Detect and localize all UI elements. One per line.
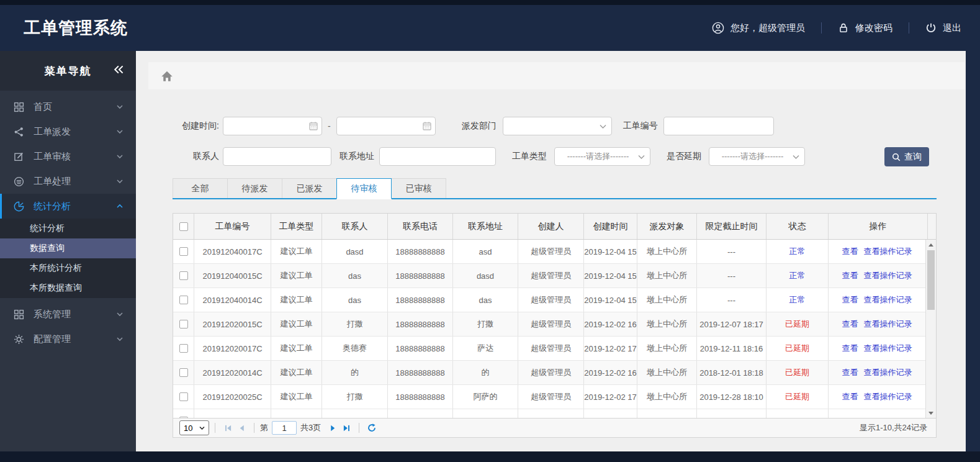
address-input[interactable] (379, 147, 496, 166)
tab-all[interactable]: 全部 (173, 178, 228, 198)
view-log-link[interactable]: 查看操作记录 (864, 270, 912, 281)
calendar-icon[interactable] (308, 121, 318, 131)
home-icon[interactable] (161, 70, 173, 82)
change-password-button[interactable]: 修改密码 (838, 22, 892, 34)
sidebar-item-review[interactable]: 工单审核 (0, 144, 136, 169)
header-filler (928, 214, 936, 239)
scroll-down-button[interactable] (926, 408, 936, 418)
query-button[interactable]: 查询 (884, 147, 929, 166)
scroll-up-button[interactable] (926, 240, 936, 250)
cell-target: 墩上中心所 (647, 270, 687, 281)
chevron-down-icon (116, 153, 124, 160)
table-body-area: 201912040017C 建议工单 dasd 18888888888 asd … (173, 240, 936, 418)
sidebar-item-process[interactable]: 工单处理 (0, 169, 136, 194)
tab-dispatched[interactable]: 已派发 (282, 178, 337, 198)
sidebar-item-label: 工单处理 (34, 176, 116, 188)
change-password-label: 修改密码 (855, 22, 892, 34)
row-checkbox[interactable] (179, 271, 188, 280)
power-icon (925, 22, 937, 34)
cell-contact: das (348, 296, 361, 305)
cell-created: 2019-12-02 16 (584, 368, 637, 378)
col-actions: 操作 (829, 214, 928, 239)
view-link[interactable]: 查看 (842, 343, 858, 354)
logout-button[interactable]: 退出 (925, 22, 961, 34)
row-checkbox[interactable] (179, 296, 188, 304)
order-no-input[interactable] (663, 117, 774, 135)
cell-contact: 奥德赛 (343, 343, 367, 354)
table-scrollbar[interactable] (925, 240, 936, 418)
collapse-sidebar-icon[interactable] (114, 65, 125, 75)
chevron-down-icon (116, 128, 124, 135)
last-page-button[interactable] (339, 421, 353, 435)
view-log-link[interactable]: 查看操作记录 (864, 246, 912, 257)
cell-contact: 打撒 (347, 319, 363, 330)
row-checkbox[interactable] (179, 392, 188, 401)
sidebar-item-label: 统计分析 (34, 201, 116, 212)
sidebar-item-config[interactable]: 配置管理 (0, 327, 136, 351)
cell-address: 打撒 (477, 319, 493, 330)
sidebar-item-system[interactable]: 系统管理 (0, 302, 136, 327)
view-log-link[interactable]: 查看操作记录 (864, 294, 912, 306)
dispatch-dept-select[interactable] (503, 117, 612, 135)
next-page-button[interactable] (326, 421, 339, 435)
cell-target: 墩上中心所 (647, 343, 687, 354)
submenu-item-data-query[interactable]: 数据查询 (0, 238, 136, 258)
col-target: 派发对象 (637, 214, 697, 239)
scrollbar-thumb[interactable] (927, 250, 935, 310)
bottom-strip (0, 451, 980, 462)
row-checkbox[interactable] (179, 417, 188, 418)
order-type-select[interactable]: -------请选择------- (554, 147, 650, 166)
view-link[interactable]: 查看 (842, 367, 858, 378)
view-log-link[interactable]: 查看操作记录 (864, 367, 912, 378)
page-size-select[interactable]: 10 (179, 420, 209, 435)
tab-reviewed[interactable]: 已审核 (391, 178, 446, 198)
header-divider (821, 22, 822, 34)
page-size-value: 10 (184, 424, 192, 433)
view-link[interactable]: 查看 (842, 270, 858, 281)
sidebar-item-statistics[interactable]: 统计分析 (0, 194, 136, 219)
cell-deadline: 2019-12-11 18:16 (700, 344, 763, 353)
row-checkbox[interactable] (179, 368, 188, 377)
pager-divider (215, 423, 215, 433)
tab-to-review[interactable]: 待审核 (336, 178, 392, 199)
refresh-button[interactable] (365, 421, 379, 435)
cell-creator: 超级管理员 (531, 246, 571, 257)
page-number-input[interactable] (272, 421, 297, 435)
sidebar-item-home[interactable]: 首页 (0, 94, 136, 119)
user-greeting[interactable]: 您好，超级管理员 (712, 22, 805, 34)
view-link[interactable]: 查看 (842, 246, 858, 257)
first-page-button[interactable] (221, 421, 235, 435)
submenu-item-local-data-query[interactable]: 本所数据查询 (0, 278, 136, 298)
cell-phone: 18888888888 (395, 296, 445, 305)
sidebar-item-dispatch[interactable]: 工单派发 (0, 119, 136, 144)
cell-phone: 18888888888 (395, 271, 445, 281)
view-log-link[interactable]: 查看操作记录 (864, 343, 912, 354)
table-row: 201912040017C 建议工单 dasd 18888888888 asd … (173, 240, 925, 264)
work-order-table: 工单编号 工单类型 联系人 联系电话 联系地址 创建人 创建时间 派发对象 限定… (173, 213, 937, 438)
calendar-icon[interactable] (422, 121, 432, 131)
row-checkbox[interactable] (179, 320, 188, 328)
contact-input[interactable] (223, 147, 331, 166)
view-link[interactable]: 查看 (842, 319, 858, 330)
page-prefix-label: 第 (260, 422, 268, 433)
status-text: 已延期 (785, 367, 809, 378)
create-time-start-input[interactable] (223, 117, 322, 135)
view-link[interactable]: 查看 (842, 294, 858, 306)
tab-to-dispatch[interactable]: 待派发 (227, 178, 282, 198)
cell-created: 2019-12-04 15 (584, 247, 637, 256)
prev-page-button[interactable] (235, 421, 248, 435)
delay-select[interactable]: -------请选择------- (709, 147, 805, 166)
view-log-link[interactable]: 查看操作记录 (864, 391, 912, 402)
view-log-link[interactable]: 查看操作记录 (864, 319, 912, 330)
submenu-item-local-statistics[interactable]: 本所统计分析 (0, 258, 136, 278)
dispatch-dept-label: 派发部门 (462, 120, 497, 132)
row-checkbox[interactable] (179, 247, 188, 256)
table-header: 工单编号 工单类型 联系人 联系电话 联系地址 创建人 创建时间 派发对象 限定… (173, 214, 936, 240)
submenu-item-statistics[interactable]: 统计分析 (0, 219, 136, 238)
select-all-checkbox[interactable] (179, 222, 188, 231)
row-checkbox[interactable] (179, 344, 188, 353)
create-time-end-input[interactable] (336, 117, 436, 135)
view-link[interactable]: 查看 (842, 391, 858, 402)
select-placeholder: -------请选择------- (722, 151, 784, 162)
record-summary: 显示1-10,共24记录 (860, 422, 930, 433)
